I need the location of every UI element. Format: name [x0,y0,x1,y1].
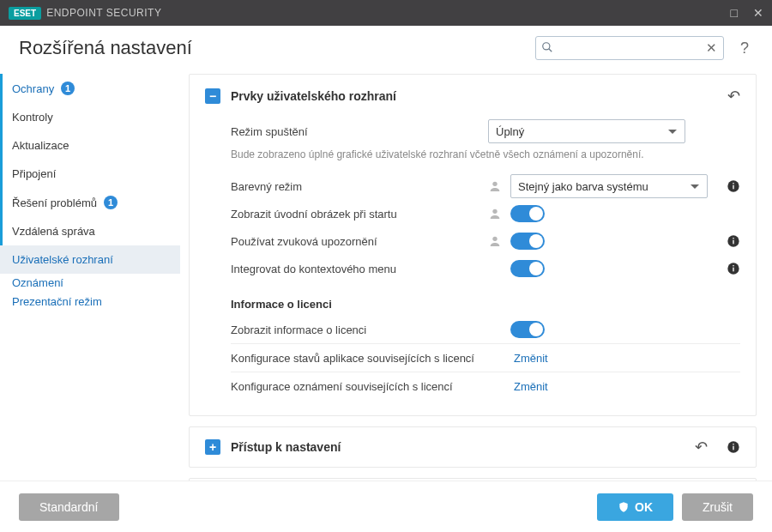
select-value: Stejný jako barva systému [518,180,648,193]
default-button[interactable]: Standardní [19,493,119,521]
sidebar-item-troubleshoot[interactable]: Řešení problémů1 [0,188,180,217]
startup-mode-label: Režim spuštění [231,125,479,138]
svg-rect-12 [733,268,733,272]
svg-rect-16 [733,444,733,444]
context-label: Integrovat do kontextového menu [231,263,479,275]
license-status-cfg-label: Konfigurace stavů aplikace souvisejících… [231,352,505,365]
search-input[interactable] [535,36,724,60]
sound-label: Používat zvuková upozornění [231,235,479,248]
startup-mode-hint: Bude zobrazeno úplné grafické uživatelsk… [205,145,740,172]
sidebar-item-updates[interactable]: Aktualizace [0,131,180,160]
svg-line-1 [549,49,552,52]
svg-point-6 [492,209,497,214]
window-controls: □ ✕ [731,6,763,20]
svg-point-7 [492,237,497,241]
shield-icon [618,501,630,513]
info-icon[interactable] [727,179,740,193]
clear-search-icon[interactable]: ✕ [706,40,717,56]
collapse-icon[interactable]: − [205,88,220,104]
page-title: Rozšířená nastavení [19,37,192,59]
sidebar-sub-presentation[interactable]: Prezentační režim [0,293,180,311]
undo-icon[interactable]: ↶ [727,87,740,106]
panel-next [189,478,757,481]
panel-title: Prvky uživatelského rozhraní [231,89,396,103]
sound-toggle[interactable] [510,233,545,250]
search-icon [541,41,553,53]
show-license-toggle[interactable] [510,321,545,338]
svg-point-2 [492,182,497,186]
info-icon[interactable] [727,440,740,454]
cancel-button[interactable]: Zrušit [682,493,753,521]
svg-rect-15 [733,446,733,450]
color-mode-select[interactable]: Stejný jako barva systému [510,174,708,198]
sidebar-item-remote[interactable]: Vzdálená správa [0,217,180,245]
ok-label: OK [635,500,653,514]
search-box: ✕ [535,36,724,60]
close-icon[interactable]: ✕ [753,6,763,20]
svg-point-0 [543,43,550,50]
sidebar-item-scans[interactable]: Kontroly [0,103,180,131]
svg-rect-13 [733,265,733,266]
nav-label: Aktualizace [12,139,69,152]
panel-access: + Přístup k nastavení ↶ [189,426,757,468]
info-icon[interactable] [727,262,740,275]
brand-logo: ESET [9,7,41,20]
select-value: Úplný [496,125,524,138]
undo-icon[interactable]: ↶ [695,438,708,456]
nav-badge: 1 [61,82,75,95]
nav-label: Uživatelské rozhraní [12,253,113,266]
change-link[interactable]: Změnit [514,380,548,393]
nav-label: Kontroly [12,111,53,124]
svg-rect-4 [733,185,733,190]
titlebar: ESET ENDPOINT SECURITY □ ✕ [0,0,772,26]
splash-label: Zobrazit úvodní obrázek při startu [231,208,479,221]
brand: ESET ENDPOINT SECURITY [9,7,161,20]
color-mode-label: Barevný režim [231,180,479,193]
header: Rozšířená nastavení ✕ ? [0,26,772,69]
sidebar-item-protections[interactable]: Ochrany 1 [0,74,180,103]
user-icon [488,179,502,193]
nav-label: Řešení problémů [12,196,97,209]
license-heading: Informace o licenci [205,282,740,316]
nav-label: Vzdálená správa [12,225,95,238]
license-notif-cfg-label: Konfigurace oznámení souvisejících s lic… [231,380,505,393]
sidebar-sub-notifications[interactable]: Oznámení [0,274,180,293]
change-link[interactable]: Změnit [514,352,548,365]
sidebar-item-connection[interactable]: Připojení [0,160,180,188]
expand-icon[interactable]: + [205,439,220,455]
nav-label: Ochrany [12,82,54,95]
nav-badge: 1 [104,196,118,209]
ok-button[interactable]: OK [597,493,673,521]
startup-mode-select[interactable]: Úplný [488,119,685,143]
svg-rect-10 [733,238,733,239]
product-name: ENDPOINT SECURITY [46,7,161,19]
context-toggle[interactable] [510,260,545,277]
svg-rect-9 [733,240,733,245]
user-icon [488,234,502,248]
footer: Standardní OK Zrušit [0,481,772,532]
sidebar: Ochrany 1 Kontroly Aktualizace Připojení… [0,69,180,481]
user-icon [488,207,502,221]
panel-title: Přístup k nastavení [231,440,341,454]
nav-label: Připojení [12,167,56,180]
panel-ui-elements: − Prvky uživatelského rozhraní ↶ Režim s… [189,74,757,416]
help-icon[interactable]: ? [736,39,753,57]
splash-toggle[interactable] [510,205,545,222]
info-icon[interactable] [727,234,740,248]
maximize-icon[interactable]: □ [731,6,738,20]
show-license-label: Zobrazit informace o licenci [231,323,479,336]
svg-rect-5 [733,183,733,184]
content-area: − Prvky uživatelského rozhraní ↶ Režim s… [180,69,772,481]
sidebar-item-ui[interactable]: Uživatelské rozhraní [0,245,180,274]
